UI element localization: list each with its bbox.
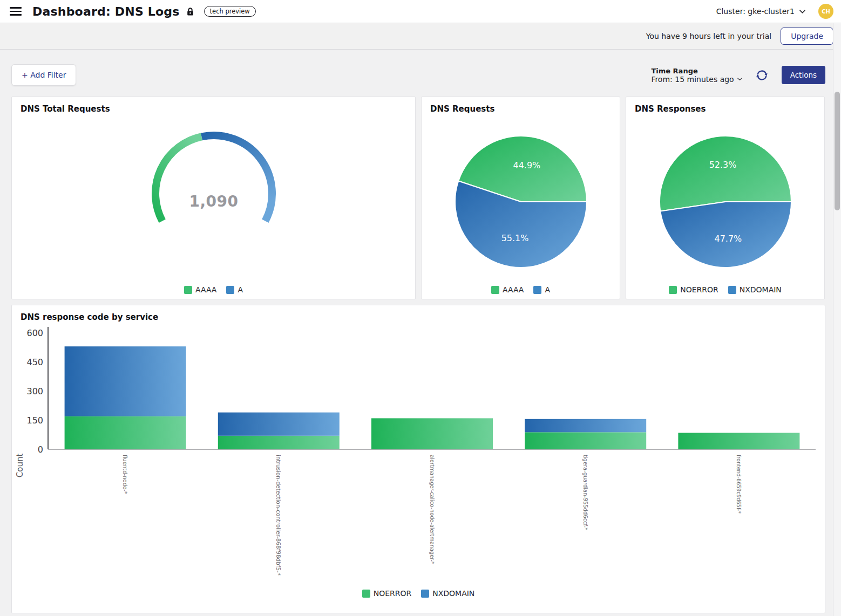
chevron-down-icon bbox=[737, 78, 742, 81]
refresh-icon bbox=[755, 69, 769, 82]
x-axis-label: alertmanager-calico-node-alertmanager-* bbox=[429, 455, 436, 564]
x-axis-label: frontend-6659c9d65f-* bbox=[736, 455, 742, 514]
time-range-label: Time Range bbox=[651, 67, 742, 75]
legend-item-aaaa[interactable]: AAAA bbox=[184, 285, 216, 294]
legend-swatch bbox=[533, 286, 541, 294]
y-axis-title: Count bbox=[15, 454, 25, 478]
pie-slice-label: 52.3% bbox=[709, 160, 736, 170]
legend-item-nxdomain[interactable]: NXDOMAIN bbox=[421, 589, 474, 598]
cluster-selector[interactable]: Cluster: gke-cluster1 bbox=[716, 7, 805, 16]
trial-message: You have 9 hours left in your trial bbox=[646, 32, 771, 40]
y-axis-tick: 0 bbox=[38, 444, 43, 455]
lock-icon bbox=[186, 7, 194, 16]
legend-swatch bbox=[491, 286, 499, 294]
legend-swatch bbox=[184, 286, 192, 294]
hamburger-menu-icon[interactable] bbox=[10, 7, 22, 16]
y-axis-tick: 450 bbox=[26, 357, 43, 367]
actions-button[interactable]: Actions bbox=[782, 66, 825, 84]
x-axis-label: intrusion-detection-controller-868f98dbf… bbox=[275, 455, 282, 576]
bar-segment-noerror[interactable] bbox=[371, 418, 493, 449]
pie-chart: 52.3%47.7% bbox=[658, 134, 793, 269]
pie-slice-noerror[interactable] bbox=[660, 136, 791, 211]
card-dns-requests: DNS Requests 44.9%55.1% AAAAA bbox=[421, 97, 620, 299]
legend-label: NXDOMAIN bbox=[432, 589, 474, 598]
legend-label: NXDOMAIN bbox=[740, 285, 782, 294]
gauge-value: 1,090 bbox=[189, 193, 238, 210]
pie-chart-container: 44.9%55.1% bbox=[453, 134, 588, 269]
legend-item-a[interactable]: A bbox=[226, 285, 243, 294]
bar-segment-nxdomain[interactable] bbox=[218, 413, 340, 436]
gauge-chart: 1,090 bbox=[141, 131, 287, 227]
bar-segment-nxdomain[interactable] bbox=[525, 419, 646, 433]
filter-toolbar: + Add Filter Time Range From: 15 minutes… bbox=[11, 64, 825, 86]
time-range-dropdown[interactable]: From: 15 minutes ago bbox=[651, 75, 742, 84]
legend-label: A bbox=[545, 285, 550, 294]
pie-slice-label: 55.1% bbox=[501, 233, 528, 243]
pie-slice-label: 47.7% bbox=[714, 234, 742, 244]
card-dns-response-code-by-service: DNS response code by service 01503004506… bbox=[11, 305, 825, 613]
cluster-label: Cluster: gke-cluster1 bbox=[716, 7, 795, 16]
chart-legend: NOERRORNXDOMAIN bbox=[12, 589, 825, 598]
trial-banner: You have 9 hours left in your trial Upgr… bbox=[0, 23, 841, 50]
legend-label: AAAA bbox=[195, 285, 216, 294]
page-title: Dashboard: DNS Logs bbox=[32, 5, 180, 18]
legend-item-a[interactable]: A bbox=[533, 285, 550, 294]
legend-swatch bbox=[226, 286, 234, 294]
legend-label: AAAA bbox=[503, 285, 524, 294]
bar-segment-noerror[interactable] bbox=[678, 433, 799, 449]
legend-swatch bbox=[728, 286, 736, 294]
legend-swatch bbox=[362, 590, 370, 598]
legend-item-aaaa[interactable]: AAAA bbox=[491, 285, 524, 294]
tech-preview-badge: tech preview bbox=[204, 6, 256, 17]
y-axis-tick: 600 bbox=[26, 328, 43, 338]
chart-legend: NOERRORNXDOMAIN bbox=[626, 285, 824, 294]
pie-slice-label: 44.9% bbox=[513, 160, 540, 170]
refresh-button[interactable] bbox=[754, 67, 770, 83]
y-axis-tick: 300 bbox=[26, 386, 43, 396]
cards-row: DNS Total Requests 1,090 AAAAA DNS Reque… bbox=[11, 97, 825, 299]
legend-item-noerror[interactable]: NOERROR bbox=[362, 589, 412, 598]
bar-chart: 0150300450600Countfluentd-node-*intrusio… bbox=[12, 305, 825, 599]
avatar[interactable]: CH bbox=[818, 4, 833, 19]
add-filter-button[interactable]: + Add Filter bbox=[11, 64, 76, 86]
chart-legend: AAAAA bbox=[12, 285, 415, 294]
card-dns-total-requests: DNS Total Requests 1,090 AAAAA bbox=[11, 97, 416, 299]
y-axis-tick: 150 bbox=[26, 415, 43, 426]
bar-segment-noerror[interactable] bbox=[218, 436, 340, 449]
legend-item-nxdomain[interactable]: NXDOMAIN bbox=[728, 285, 782, 294]
card-title: DNS Total Requests bbox=[12, 97, 415, 114]
legend-label: NOERROR bbox=[374, 589, 412, 598]
legend-item-noerror[interactable]: NOERROR bbox=[669, 285, 718, 294]
bar-segment-noerror[interactable] bbox=[65, 416, 186, 449]
chevron-down-icon bbox=[799, 10, 805, 13]
card-title: DNS Responses bbox=[626, 97, 824, 114]
gauge-chart-container: 1,090 bbox=[141, 131, 287, 227]
legend-label: NOERROR bbox=[680, 285, 718, 294]
legend-swatch bbox=[669, 286, 677, 294]
bar-segment-noerror[interactable] bbox=[525, 432, 646, 449]
x-axis-label: fluentd-node-* bbox=[122, 455, 128, 494]
vertical-scrollbar[interactable] bbox=[833, 23, 841, 616]
upgrade-button[interactable]: Upgrade bbox=[781, 28, 833, 45]
card-dns-responses: DNS Responses 52.3%47.7% NOERRORNXDOMAIN bbox=[626, 97, 825, 299]
legend-label: A bbox=[238, 285, 243, 294]
bar-segment-nxdomain[interactable] bbox=[65, 346, 186, 416]
legend-swatch bbox=[421, 590, 429, 598]
pie-chart-container: 52.3%47.7% bbox=[658, 134, 793, 269]
chart-legend: AAAAA bbox=[422, 285, 620, 294]
pie-chart: 44.9%55.1% bbox=[453, 134, 588, 269]
scrollbar-thumb[interactable] bbox=[835, 92, 840, 210]
app-header: Dashboard: DNS Logs tech preview Cluster… bbox=[0, 0, 841, 23]
card-title: DNS Requests bbox=[422, 97, 620, 114]
time-range: Time Range From: 15 minutes ago bbox=[651, 67, 742, 84]
bar-chart-container: 0150300450600Countfluentd-node-*intrusio… bbox=[12, 305, 825, 599]
x-axis-label: tigera-guardian-955dd6ccf-* bbox=[582, 455, 589, 530]
